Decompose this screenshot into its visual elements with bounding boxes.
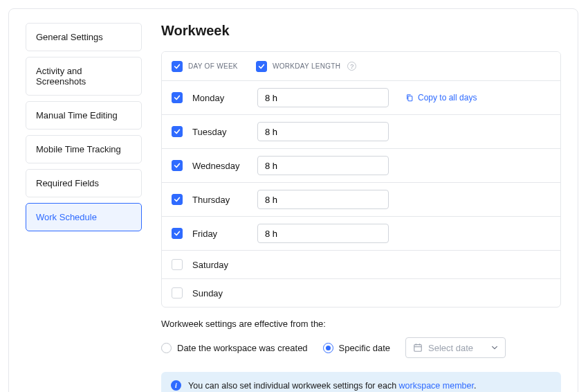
page-title: Workweek: [161, 23, 561, 39]
day-row-tuesday: Tuesday: [162, 114, 560, 148]
length-input-thursday[interactable]: [257, 190, 389, 209]
radio-specific-date[interactable]: Specific date: [323, 343, 390, 353]
day-label: Friday: [192, 229, 248, 239]
day-checkbox-monday[interactable]: [172, 92, 183, 103]
day-label: Tuesday: [192, 127, 248, 137]
radio-workspace-created[interactable]: Date the workspace was created: [161, 343, 308, 353]
day-checkbox-sunday[interactable]: [172, 287, 183, 299]
workspace-member-link[interactable]: workspace member: [399, 381, 474, 391]
header-length-label: Workday Length: [273, 62, 340, 70]
day-row-sunday: Sunday: [162, 278, 560, 307]
copy-to-all-days-link[interactable]: Copy to all days: [405, 93, 477, 103]
info-text-prefix: You can also set individual workweek set…: [188, 381, 399, 391]
day-label: Wednesday: [192, 161, 248, 171]
day-checkbox-wednesday[interactable]: [172, 160, 183, 171]
day-checkbox-thursday[interactable]: [172, 194, 183, 205]
workweek-table: Day of Week Workday Length ? MondayCopy …: [161, 51, 561, 308]
length-input-friday[interactable]: [257, 224, 389, 243]
header-day-checkbox[interactable]: [172, 61, 183, 72]
day-label: Thursday: [192, 195, 248, 205]
help-icon[interactable]: ?: [347, 62, 356, 71]
day-row-wednesday: Wednesday: [162, 148, 560, 182]
info-icon: i: [171, 380, 181, 391]
day-row-monday: MondayCopy to all days: [162, 80, 560, 114]
day-label: Monday: [192, 93, 248, 103]
main-panel: Workweek Day of Week Workday Length ? Mo…: [161, 23, 561, 392]
info-text-suffix: .: [474, 381, 476, 391]
svg-rect-0: [408, 96, 412, 101]
day-checkbox-friday[interactable]: [172, 228, 183, 239]
sidebar: General SettingsActivity and Screenshots…: [26, 23, 142, 392]
sidebar-item-activity-and-screenshots[interactable]: Activity and Screenshots: [26, 57, 142, 96]
day-checkbox-tuesday[interactable]: [172, 126, 183, 137]
length-input-monday[interactable]: [257, 88, 389, 107]
sidebar-item-work-schedule[interactable]: Work Schedule: [26, 203, 142, 231]
date-select[interactable]: Select date: [405, 337, 506, 358]
sidebar-item-manual-time-editing[interactable]: Manual Time Editing: [26, 101, 142, 130]
day-row-thursday: Thursday: [162, 182, 560, 216]
chevron-down-icon: [491, 344, 498, 351]
radio-specific-label: Specific date: [339, 343, 390, 353]
length-input-tuesday[interactable]: [257, 122, 389, 141]
day-checkbox-saturday[interactable]: [172, 259, 183, 270]
header-day-label: Day of Week: [188, 62, 238, 70]
radio-created-label: Date the workspace was created: [177, 343, 308, 353]
table-header-row: Day of Week Workday Length ?: [162, 52, 560, 80]
info-bar: i You can also set individual workweek s…: [161, 372, 561, 392]
copy-icon: [405, 93, 414, 102]
header-length-checkbox[interactable]: [256, 61, 267, 72]
sidebar-item-general-settings[interactable]: General Settings: [26, 23, 142, 51]
day-row-friday: Friday: [162, 216, 560, 250]
day-row-saturday: Saturday: [162, 250, 560, 278]
length-input-wednesday[interactable]: [257, 156, 389, 175]
date-select-placeholder: Select date: [428, 343, 473, 353]
calendar-icon: [413, 343, 423, 353]
day-label: Sunday: [192, 288, 248, 299]
effective-from-radio-row: Date the workspace was created Specific …: [161, 337, 561, 358]
sidebar-item-required-fields[interactable]: Required Fields: [26, 169, 142, 197]
effective-from-label: Workweek settings are effective from the…: [161, 319, 561, 329]
sidebar-item-mobile-time-tracking[interactable]: Mobile Time Tracking: [26, 135, 142, 163]
day-label: Saturday: [192, 260, 248, 270]
svg-rect-1: [414, 345, 422, 352]
